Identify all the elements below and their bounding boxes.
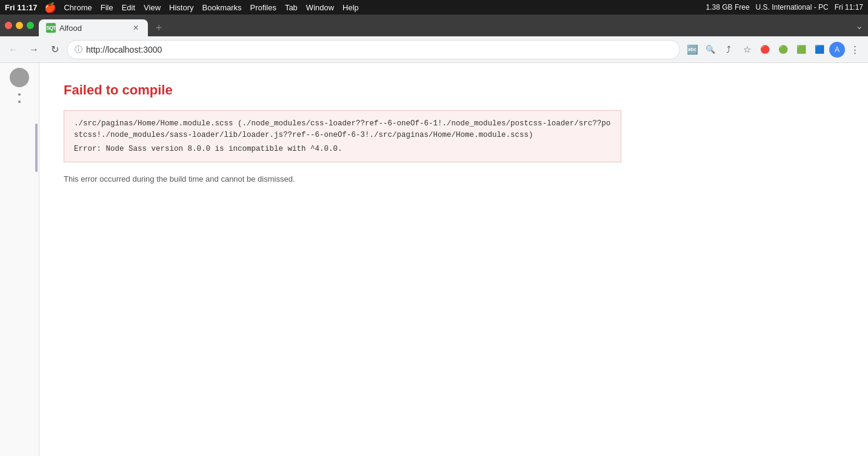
maximize-window-button[interactable]	[27, 22, 34, 29]
sidebar-avatar	[10, 68, 29, 87]
tab-close-button[interactable]: ✕	[131, 23, 141, 33]
error-title: Failed to compile	[64, 82, 844, 98]
back-button[interactable]: ←	[5, 41, 22, 58]
sidebar-dot-2	[18, 101, 21, 103]
menu-chrome[interactable]: Chrome	[64, 3, 92, 12]
menu-bar-keyboard: U.S. International - PC	[756, 3, 829, 12]
chrome-titlebar: SQT Alfood ✕ + ⌄	[0, 15, 868, 36]
profile-avatar[interactable]: A	[829, 42, 845, 58]
close-window-button[interactable]	[5, 22, 12, 29]
menu-view[interactable]: View	[144, 3, 161, 12]
more-options-button[interactable]: ⋮	[846, 41, 863, 58]
browser-content: Failed to compile ./src/paginas/Home/Hom…	[0, 63, 868, 456]
menu-bar-clock: Fri 11:17	[835, 3, 863, 12]
forward-button[interactable]: →	[25, 41, 42, 58]
page-content: Failed to compile ./src/paginas/Home/Hom…	[39, 63, 868, 456]
reload-button[interactable]: ↻	[46, 41, 63, 58]
menu-bar-memory: 1.38 GB Free	[706, 3, 750, 12]
macos-menu-bar: Fri 11:17 🍎 Chrome File Edit View Histor…	[0, 0, 868, 15]
menu-file[interactable]: File	[101, 3, 113, 12]
menu-bar-right: 1.38 GB Free U.S. International - PC Fri…	[706, 3, 863, 12]
error-dismiss-message: This error occurred during the build tim…	[64, 174, 844, 183]
address-bar[interactable]: ⓘ http://localhost:3000	[67, 40, 680, 59]
menu-edit[interactable]: Edit	[122, 3, 135, 12]
tab-bar: SQT Alfood ✕ +	[39, 15, 167, 36]
minimize-window-button[interactable]	[16, 22, 23, 29]
address-url: http://localhost:3000	[86, 45, 672, 55]
menu-bar-time: Fri 11:17	[5, 3, 37, 12]
menu-bar-items: Chrome File Edit View History Bookmarks …	[64, 3, 358, 12]
menu-bookmarks[interactable]: Bookmarks	[202, 3, 242, 12]
nav-actions: 🔤 🔍 ⤴ ☆ 🔴 🟢 🟩 🟦 A ⋮	[684, 41, 863, 58]
share-button[interactable]: ⤴	[720, 41, 737, 58]
menu-tab[interactable]: Tab	[285, 3, 298, 12]
menu-window[interactable]: Window	[306, 3, 334, 12]
address-security-icon: ⓘ	[75, 44, 82, 55]
zoom-button[interactable]: 🔍	[702, 41, 719, 58]
translate-button[interactable]: 🔤	[684, 41, 701, 58]
apple-icon[interactable]: 🍎	[44, 2, 56, 13]
extension2-button[interactable]: 🟢	[775, 41, 792, 58]
extension1-button[interactable]: 🔴	[756, 41, 773, 58]
sidebar-scrollbar[interactable]	[35, 124, 38, 172]
tab-title: Alfood	[59, 24, 82, 33]
extension3-button[interactable]: 🟩	[793, 41, 810, 58]
error-code-line1: ./src/paginas/Home/Home.module.scss (./n…	[74, 118, 611, 141]
navigation-bar: ← → ↻ ⓘ http://localhost:3000 🔤 🔍 ⤴ ☆ 🔴 …	[0, 36, 868, 63]
bookmark-button[interactable]: ☆	[738, 41, 755, 58]
new-tab-button[interactable]: +	[150, 19, 167, 36]
error-code-box: ./src/paginas/Home/Home.module.scss (./n…	[64, 110, 621, 162]
sidebar	[0, 63, 39, 456]
extension4-button[interactable]: 🟦	[811, 41, 828, 58]
menu-history[interactable]: History	[169, 3, 193, 12]
menu-help[interactable]: Help	[342, 3, 359, 12]
menu-profiles[interactable]: Profiles	[250, 3, 276, 12]
sidebar-dot	[18, 93, 21, 96]
active-tab[interactable]: SQT Alfood ✕	[39, 19, 148, 36]
window-expand-icon[interactable]: ⌄	[855, 20, 863, 31]
error-code-line2: Error: Node Sass version 8.0.0 is incomp…	[74, 144, 611, 155]
traffic-lights	[5, 22, 34, 29]
tab-favicon: SQT	[46, 23, 56, 33]
